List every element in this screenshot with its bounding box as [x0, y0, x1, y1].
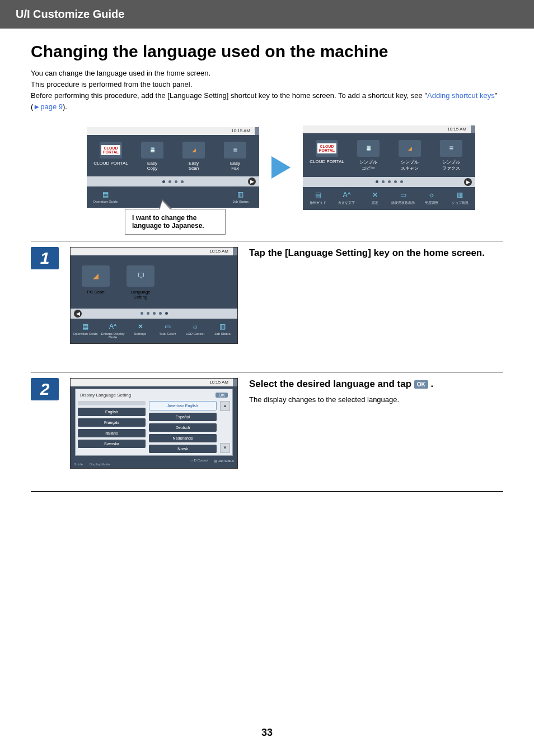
step-2-body: The display changes to the selected lang…	[249, 394, 503, 405]
count-icon: ▭	[390, 190, 416, 199]
tile-cloud-portal[interactable]: CLOUDPORTALCLOUD PORTAL	[308, 140, 345, 171]
tile-language-setting[interactable]: 🗨Language Setting	[123, 265, 158, 300]
job-status-icon: ▥	[447, 190, 473, 199]
tile-simple-fax[interactable]: 〓シンプル ファクス	[433, 140, 470, 171]
screen-after: 10:15 AM CLOUDPORTALCLOUD PORTAL 📇シンプル コ…	[303, 125, 475, 210]
scan-icon: ◢	[408, 146, 412, 151]
job-status-icon: ▥	[210, 322, 235, 331]
pager-dots: ◀	[71, 309, 237, 319]
page-left-icon[interactable]: ◀	[74, 310, 82, 318]
bb-large-text-jp[interactable]: Aᴬ大きな文字	[334, 190, 360, 206]
side-tab-icon	[233, 379, 237, 386]
bb-operation-guide[interactable]: ▤Operation Guide	[89, 190, 121, 203]
page-body: Changing the language used on the machin…	[0, 29, 534, 755]
bb-total-count-jp[interactable]: ▭総使用枚数表示	[390, 190, 416, 206]
page-right-icon[interactable]: ▶	[464, 178, 472, 186]
scroll-down-icon[interactable]: ▼	[220, 443, 230, 453]
step-1-screenshot: 10:15 AM ◢PC Scan 🗨Language Setting ◀ ▤O…	[70, 247, 238, 344]
fax-icon: 〓	[233, 147, 238, 154]
bb-job-status-jp[interactable]: ▥ジョブ状況	[447, 190, 473, 206]
tile-simple-copy[interactable]: 📇シンプル コピー	[350, 140, 387, 171]
side-tab-icon	[255, 127, 259, 135]
lang-scroll: ▲ ▼	[220, 401, 230, 453]
speech-bubble: I want to change the language to Japanes…	[125, 209, 226, 235]
bb-settings-jp[interactable]: ✕設定	[362, 190, 388, 206]
tile-pc-scan[interactable]: ◢PC Scan	[78, 265, 113, 300]
before-tiles: CLOUDPORTALCLOUD PORTAL 📇Easy Copy ◢Easy…	[87, 135, 259, 173]
page-right-icon[interactable]: ▶	[248, 178, 256, 185]
screen-after-top: 10:15 AM	[303, 125, 475, 133]
language-dialog: Display Language Setting OK English Fran…	[75, 389, 233, 456]
step-number-2: 2	[31, 378, 59, 400]
pager-dots: ▶	[87, 176, 259, 186]
step-1-text: Tap the [Language Setting] key on the ho…	[249, 247, 503, 344]
brightness-icon: ☼	[182, 322, 208, 331]
tile-cloud-portal[interactable]: CLOUDPORTALCLOUD PORTAL	[92, 142, 129, 171]
lang-espanol[interactable]: Español	[149, 413, 217, 421]
bb-operation-guide[interactable]: ▤Operation Guide	[73, 322, 98, 339]
bb-enlarge-display[interactable]: AᴬEnlarge Display Mode	[100, 322, 125, 339]
before-bottom-bar: ▤Operation Guide ▥Job Status	[87, 186, 259, 208]
step-2-text: Select the desired language and tap OK .…	[249, 378, 503, 469]
lang-francais[interactable]: Français	[78, 418, 146, 427]
after-bottom-bar: ▤操作ガイド Aᴬ大きな文字 ✕設定 ▭総使用枚数表示 ☼明度調整 ▥ジョブ状況	[303, 187, 475, 210]
before-after-row: 10:15 AM CLOUDPORTALCLOUD PORTAL 📇Easy C…	[87, 125, 503, 210]
doc-title: U/I Customize Guide	[16, 8, 124, 20]
settings-icon: ✕	[362, 190, 388, 199]
link-adding-shortcut-keys[interactable]: Adding shortcut keys	[427, 91, 495, 100]
lang-italiano[interactable]: Italiano	[78, 429, 146, 437]
step-2-title: Select the desired language and tap OK .	[249, 378, 503, 391]
lang-american-english[interactable]: American English	[149, 401, 217, 410]
pager-dots: ▶	[303, 177, 475, 187]
tile-easy-copy[interactable]: 📇Easy Copy	[134, 142, 171, 171]
bb-job-status[interactable]: ▥Job Status	[210, 322, 235, 339]
doc-header: U/I Customize Guide	[0, 0, 534, 29]
brightness-icon: ☼	[190, 459, 193, 462]
scan-icon: ◢	[192, 147, 196, 153]
bb-total-count[interactable]: ▭Total Count	[155, 322, 180, 339]
screen-before: 10:15 AM CLOUDPORTALCLOUD PORTAL 📇Easy C…	[87, 127, 259, 208]
lang-english[interactable]: English	[78, 408, 146, 416]
lang-deutsch[interactable]: Deutsch	[149, 423, 217, 432]
step1-bottom-bar: ▤Operation Guide AᴬEnlarge Display Mode …	[71, 319, 237, 343]
fax-icon: 〓	[449, 144, 454, 152]
enlarge-icon: Aᴬ	[100, 322, 125, 331]
link-page-9[interactable]: ►page 9	[33, 102, 63, 111]
guide-icon: ▤	[89, 190, 121, 199]
guide-icon: ▤	[305, 190, 331, 199]
dialog-ok-button[interactable]: OK	[216, 393, 228, 398]
step-2-row: 2 10:15 AM Display Language Setting OK E…	[31, 372, 503, 469]
step1-tiles: ◢PC Scan 🗨Language Setting	[71, 255, 237, 305]
bb-job-status[interactable]: ▥ Job Status	[214, 459, 234, 463]
scroll-up-icon[interactable]: ▲	[220, 401, 230, 411]
bb-lcd-control[interactable]: ☼LCD Control	[182, 322, 208, 339]
before-wrap: 10:15 AM CLOUDPORTALCLOUD PORTAL 📇Easy C…	[87, 127, 259, 208]
intro-line-3: Before performing this procedure, add th…	[31, 90, 503, 113]
bb-settings[interactable]: ✕Settings	[128, 322, 153, 339]
tile-simple-scan[interactable]: ◢シンプル スキャン	[391, 140, 428, 171]
lang-svenska[interactable]: Svenska	[78, 440, 146, 448]
enlarge-icon: Aᴬ	[334, 190, 360, 199]
step-1-row: 1 10:15 AM ◢PC Scan 🗨Language Setting ◀ …	[31, 241, 503, 344]
language-icon: 🗨	[137, 272, 144, 280]
bb-brightness-jp[interactable]: ☼明度調整	[419, 190, 445, 206]
bb-guide-jp[interactable]: ▤操作ガイド	[305, 190, 331, 206]
job-status-icon: ▥	[224, 190, 257, 199]
language-grid: English Français Italiano Svenska Americ…	[78, 401, 230, 453]
time-label: 10:15 AM	[209, 380, 228, 385]
step-number-1: 1	[31, 247, 59, 269]
lang-empty[interactable]	[78, 401, 146, 405]
arrow-right-icon	[271, 156, 291, 179]
ok-chip: OK	[414, 380, 428, 389]
pc-scan-icon: ◢	[93, 272, 99, 280]
brightness-icon: ☼	[419, 190, 445, 199]
lang-norsk[interactable]: Norsk	[149, 445, 217, 453]
tile-easy-scan[interactable]: ◢Easy Scan	[175, 142, 212, 171]
bb-d-control[interactable]: ☼ D Control	[190, 459, 208, 463]
step-2-screenshot: 10:15 AM Display Language Setting OK Eng…	[70, 378, 238, 469]
tile-easy-fax[interactable]: 〓Easy Fax	[217, 142, 254, 171]
guide-icon: ▤	[73, 322, 98, 331]
job-status-icon: ▥	[214, 459, 217, 463]
lang-nederlands[interactable]: Nederlands	[149, 434, 217, 442]
bb-job-status[interactable]: ▥Job Status	[224, 190, 257, 203]
